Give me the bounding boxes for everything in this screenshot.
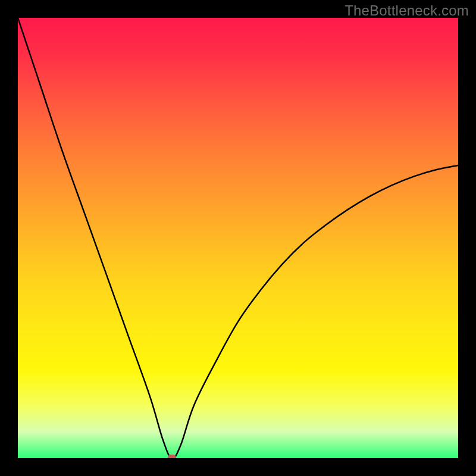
chart-frame: TheBottleneck.com (0, 0, 476, 476)
curve-path (18, 18, 458, 458)
watermark-text: TheBottleneck.com (345, 2, 469, 19)
bottleneck-curve (18, 18, 458, 458)
minimum-marker (168, 455, 176, 458)
plot-area (18, 18, 458, 458)
